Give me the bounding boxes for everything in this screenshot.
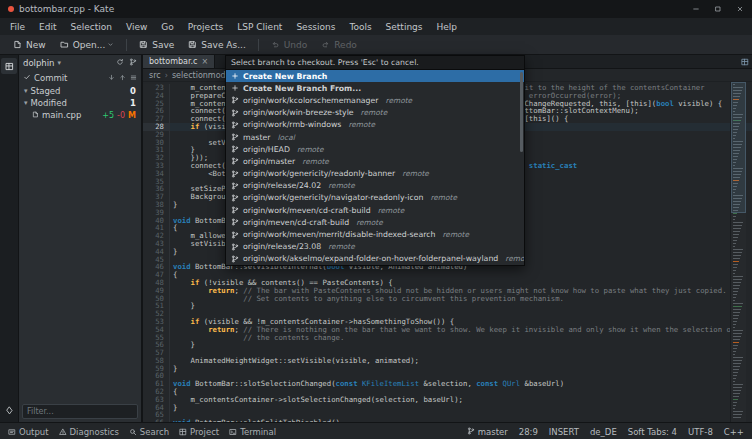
branch-item[interactable]: origin/meven/cd-craft-buildremote	[226, 216, 524, 228]
branch-item[interactable]: origin/work/genericity/readonly-bannerre…	[226, 168, 524, 180]
filter-input[interactable]	[22, 404, 138, 419]
quick-open-button[interactable]	[741, 58, 752, 66]
tab-bottombar[interactable]: bottombar.c ×	[143, 55, 215, 68]
branch-item[interactable]: origin/work/genericity/navigator-readonl…	[226, 192, 524, 204]
project-selector[interactable]: dolphin ▾	[19, 55, 141, 71]
toolbar: NewOpen...SaveSave As...UndoRedo	[0, 35, 752, 55]
statusbar-project-button[interactable]: Project	[179, 427, 219, 437]
code-line-59[interactable]: 59}	[143, 365, 752, 373]
commit-label: Commit	[34, 73, 67, 83]
statusbar-terminal-button[interactable]: Terminal	[229, 427, 276, 437]
menu-help[interactable]: Help	[430, 20, 465, 34]
branch-item-create[interactable]: Create New Branch From...	[226, 82, 524, 94]
modified-section[interactable]: ▾ Modified 1	[19, 97, 141, 109]
close-icon[interactable]: ×	[201, 58, 208, 66]
open-button[interactable]: Open...	[53, 38, 122, 52]
code-line-56[interactable]: 56 }	[143, 341, 752, 349]
menu-settings[interactable]: Settings	[379, 20, 430, 34]
pull-icon[interactable]	[108, 73, 115, 83]
code-line-50[interactable]: 50 // Set contents to anything else to c…	[143, 295, 752, 303]
branch-item[interactable]: origin/work/win-breeze-styleremote	[226, 107, 524, 119]
branch-item[interactable]: origin/masterremote	[226, 155, 524, 167]
kate-logo-icon[interactable]	[5, 400, 14, 419]
minimize-button[interactable]	[692, 5, 700, 13]
file-icon	[32, 110, 39, 120]
minimap-viewport[interactable]	[731, 82, 746, 213]
menu-projects[interactable]: Projects	[181, 20, 230, 34]
menu-sessions[interactable]: Sessions	[289, 20, 342, 34]
code-line-55[interactable]: 55 // the contents change.	[143, 334, 752, 342]
input-mode[interactable]: INSERT	[549, 427, 579, 437]
project-toolview-button[interactable]	[1, 58, 17, 74]
branch-item[interactable]: origin/work/rmb-windowsremote	[226, 119, 524, 131]
menu-file[interactable]: File	[3, 20, 32, 34]
branch-item[interactable]: origin/work/meven/merrit/disable-indexed…	[226, 228, 524, 240]
folder-icon	[60, 40, 69, 49]
code-line-63[interactable]: 63 m_contentsContainer->slotSelectionCha…	[143, 396, 752, 404]
cursor-position[interactable]: 28:9	[519, 427, 538, 437]
staged-count: 0	[130, 86, 136, 96]
window-controls	[692, 5, 744, 13]
search-icon	[129, 428, 137, 436]
code-line-51[interactable]: 51 }	[143, 302, 752, 310]
redo-button[interactable]: Redo	[314, 38, 364, 52]
minimap-scrollbar[interactable]	[730, 82, 746, 422]
titlebar: bottombar.cpp - Kate	[0, 0, 752, 18]
staged-label: Staged	[31, 86, 61, 96]
kate-window: bottombar.cpp - Kate FileEditSelectionVi…	[0, 0, 752, 439]
branch-item[interactable]: origin/release/23.08remote	[226, 241, 524, 253]
branch-checkout-popup: Select branch to checkout. Press 'Esc' t…	[225, 55, 525, 266]
menu-lsp-client[interactable]: LSP Client	[230, 20, 289, 34]
branch-item[interactable]: origin/work/meven/cd-craft-buildremote	[226, 204, 524, 216]
tab-settings[interactable]: Soft Tabs: 4	[628, 427, 677, 437]
branch-item-create[interactable]: Create New Branch	[226, 70, 524, 82]
save-as-button[interactable]: Save As...	[181, 38, 252, 52]
undo-button[interactable]: Undo	[264, 38, 315, 52]
breadcrumb-item[interactable]: src	[149, 71, 161, 80]
syntax-mode[interactable]: C++	[724, 427, 744, 437]
code-line-64[interactable]: 64}	[143, 404, 752, 412]
branch-item[interactable]: masterlocal	[226, 131, 524, 143]
modified-label: Modified	[31, 98, 67, 108]
menu-edit[interactable]: Edit	[32, 20, 63, 34]
grid-icon	[179, 428, 187, 436]
chevron-down-icon: ▾	[58, 59, 62, 67]
menu-icon[interactable]	[130, 73, 137, 83]
statusbar-search-button[interactable]: Search	[129, 427, 169, 437]
close-button[interactable]	[736, 5, 744, 13]
menubar: FileEditSelectionViewGoProjectsLSP Clien…	[0, 18, 752, 35]
branch-item[interactable]: origin/release/24.02remote	[226, 180, 524, 192]
save-button[interactable]: Save	[132, 38, 181, 52]
statusbar-git-branch[interactable]: master	[467, 427, 508, 437]
modified-file-row[interactable]: main.cpp +5 -0 M	[19, 109, 141, 121]
modified-indicator-icon	[8, 6, 14, 12]
branch-item[interactable]: origin/work/akselmo/expand-folder-on-hov…	[226, 253, 524, 265]
breadcrumb-item[interactable]: selectionmode	[172, 71, 231, 80]
menu-tools[interactable]: Tools	[342, 20, 378, 34]
encoding[interactable]: UTF-8	[688, 427, 713, 437]
commit-button[interactable]: Commit	[19, 71, 141, 85]
git-project-panel: dolphin ▾ Commit ▾ Staged 0	[18, 55, 141, 422]
statusbar-output-button[interactable]: Output	[8, 427, 49, 437]
menu-selection[interactable]: Selection	[64, 20, 119, 34]
hamburger-icon	[130, 74, 137, 81]
statusbar-diagnostics-button[interactable]: Diagnostics	[59, 427, 119, 437]
new-button[interactable]: New	[6, 38, 53, 52]
chevron-down-icon	[107, 41, 114, 48]
maximize-button[interactable]	[714, 5, 722, 13]
branch-icon	[231, 109, 239, 117]
push-icon[interactable]	[119, 73, 126, 83]
popup-scrollbar[interactable]	[520, 72, 523, 152]
branch-icon	[231, 145, 239, 153]
staged-section[interactable]: ▾ Staged 0	[19, 85, 141, 97]
code-line-58[interactable]: 58 AnimatedHeightWidget::setVisible(visi…	[143, 357, 752, 365]
code-line-66[interactable]: 66void BottomBar::slotSplitTabDisabled()	[143, 419, 752, 422]
menu-view[interactable]: View	[119, 20, 154, 34]
code-line-61[interactable]: 61void BottomBar::slotSelectionChanged(c…	[143, 380, 752, 388]
branch-item[interactable]: origin/HEADremote	[226, 143, 524, 155]
refresh-button[interactable]	[116, 58, 124, 68]
branch-item[interactable]: origin/work/kcolorschememanagerremote	[226, 94, 524, 106]
keyboard-layout[interactable]: de_DE	[590, 427, 617, 437]
branch-checkout-button[interactable]	[129, 58, 137, 68]
menu-go[interactable]: Go	[154, 20, 180, 34]
